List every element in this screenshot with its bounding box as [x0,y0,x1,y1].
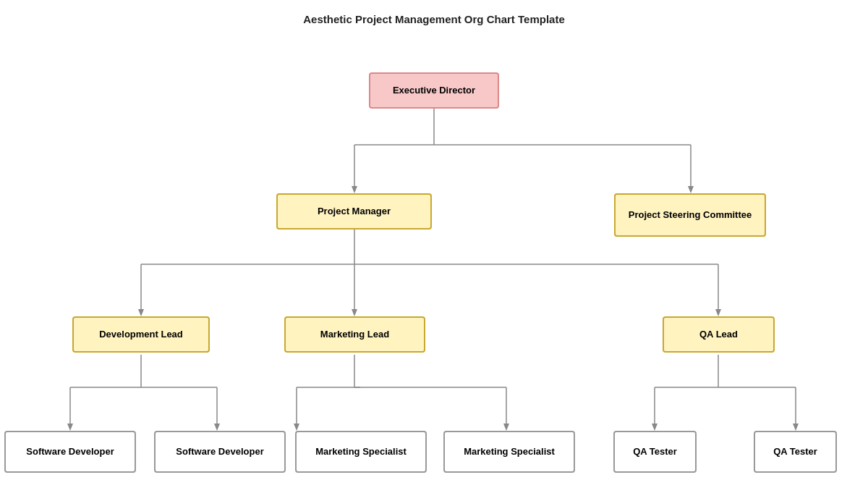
marketing-specialist-2-node: Marketing Specialist [443,431,575,473]
svg-marker-30 [503,424,509,431]
marketing-specialist-1-node: Marketing Specialist [295,431,427,473]
development-lead-node: Development Lead [72,316,210,353]
qa-tester-2-node: QA Tester [754,431,837,473]
software-developer-1-node: Software Developer [4,431,136,473]
svg-marker-3 [352,186,357,193]
svg-marker-15 [715,309,721,316]
svg-marker-34 [652,424,658,431]
svg-marker-10 [138,309,144,316]
executive-director-node: Executive Director [369,72,499,109]
svg-marker-19 [67,424,73,431]
svg-marker-22 [214,424,220,431]
qa-lead-node: QA Lead [663,316,775,353]
svg-marker-6 [688,186,694,193]
project-manager-node: Project Manager [276,193,432,230]
chart-title: Aesthetic Project Management Org Chart T… [303,13,564,25]
svg-marker-27 [294,424,299,431]
chart-container: Executive Director Project Manager Proje… [0,33,868,501]
marketing-lead-node: Marketing Lead [284,316,425,353]
software-developer-2-node: Software Developer [154,431,286,473]
qa-tester-1-node: QA Tester [613,431,697,473]
project-steering-node: Project Steering Committee [614,193,766,237]
svg-marker-12 [352,309,357,316]
svg-marker-37 [793,424,799,431]
